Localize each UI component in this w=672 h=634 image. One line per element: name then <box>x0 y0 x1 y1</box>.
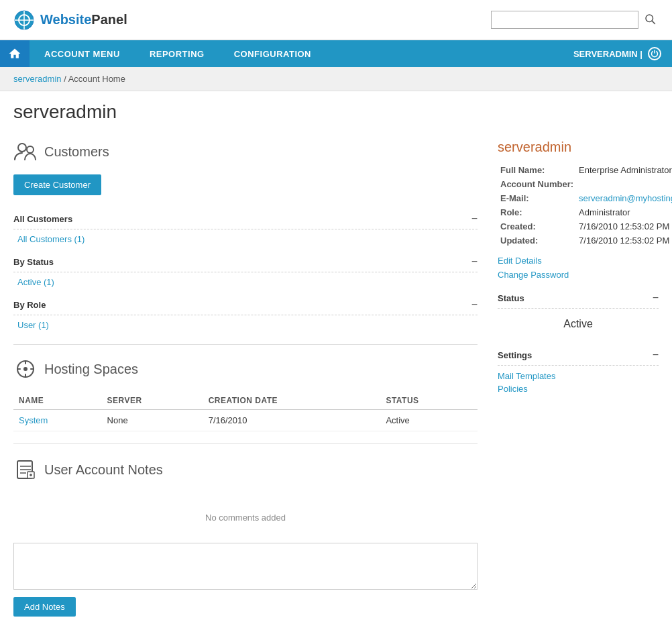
rp-email-row: E-Mail: serveradmin@myhosting.com <box>498 191 672 205</box>
policies-link[interactable]: Policies <box>498 384 659 394</box>
rp-role-value: Administrator <box>576 205 672 219</box>
cell-status: Active <box>380 410 478 431</box>
rp-account-value <box>576 177 672 191</box>
nav-username: SERVERADMIN | <box>573 49 642 59</box>
rp-status-label: Status <box>498 293 524 303</box>
nav-item-account-menu[interactable]: ACCOUNT MENU <box>30 40 135 67</box>
no-comments-text: No comments added <box>13 492 478 536</box>
hosting-spaces-heading: Hosting Spaces <box>13 357 478 381</box>
hosting-spaces-table-header-row: NAME SERVER CREATION DATE STATUS <box>13 392 478 410</box>
rp-status-value: Active <box>498 314 659 337</box>
logo-text-suffix: Panel <box>91 12 127 27</box>
rp-updated-value: 7/16/2010 12:53:02 PM <box>576 233 672 248</box>
user-link-container: User (1) <box>13 318 478 332</box>
rp-email-link[interactable]: serveradmin@myhosting.com <box>579 193 672 203</box>
rp-account-row: Account Number: <box>498 177 672 191</box>
by-role-label: By Role <box>13 300 46 310</box>
rp-updated-row: Updated: 7/16/2010 12:53:02 PM <box>498 233 672 248</box>
svg-point-7 <box>27 146 34 153</box>
hosting-spaces-section: Hosting Spaces NAME SERVER CREATION DATE… <box>13 357 478 431</box>
logo: WebsitePanel <box>13 9 127 31</box>
change-password-link[interactable]: Change Password <box>498 270 659 280</box>
notes-section-title: User Account Notes <box>44 462 163 478</box>
col-creation-date: CREATION DATE <box>203 392 381 410</box>
all-customers-collapse-icon[interactable]: − <box>471 213 478 225</box>
logo-text: WebsitePanel <box>40 12 127 28</box>
divider-1 <box>13 344 478 345</box>
rp-email-label: E-Mail: <box>498 191 576 205</box>
nav-user-area: SERVERADMIN | <box>563 40 672 67</box>
svg-point-9 <box>23 367 27 371</box>
col-server: SERVER <box>102 392 203 410</box>
customers-icon <box>13 140 38 164</box>
system-link[interactable]: System <box>19 415 48 425</box>
rp-created-label: Created: <box>498 219 576 233</box>
nav-bar: ACCOUNT MENU REPORTING CONFIGURATION SER… <box>0 40 672 67</box>
user-role-link[interactable]: User (1) <box>17 320 49 330</box>
all-customers-header: All Customers − <box>13 209 478 229</box>
rp-settings-collapse-icon[interactable]: − <box>653 349 659 361</box>
create-customer-button[interactable]: Create Customer <box>13 174 101 195</box>
header-top: WebsitePanel <box>0 0 672 40</box>
notes-icon <box>13 458 38 482</box>
user-account-notes-section: User Account Notes No comments added Add… <box>13 458 478 617</box>
edit-details-link[interactable]: Edit Details <box>498 256 659 266</box>
hosting-spaces-section-title: Hosting Spaces <box>44 362 138 377</box>
right-panel: serveradmin Full Name: Enterprise Admini… <box>498 140 659 397</box>
mail-templates-link[interactable]: Mail Templates <box>498 371 659 381</box>
all-customers-link[interactable]: All Customers (1) <box>17 234 85 244</box>
hosting-spaces-icon <box>13 357 38 381</box>
add-notes-button[interactable]: Add Notes <box>13 597 76 617</box>
nav-item-configuration[interactable]: CONFIGURATION <box>219 40 326 67</box>
breadcrumb-link[interactable]: serveradmin <box>13 74 62 84</box>
by-status-header: By Status − <box>13 252 478 272</box>
all-customers-label: All Customers <box>13 214 72 224</box>
rp-fullname-row: Full Name: Enterprise Administrator <box>498 163 672 177</box>
customers-section: Customers Create Customer All Customers … <box>13 140 478 332</box>
notes-textarea[interactable] <box>13 543 478 590</box>
active-link-container: Active (1) <box>13 275 478 289</box>
table-row: System None 7/16/2010 Active <box>13 410 478 431</box>
nav-item-reporting[interactable]: REPORTING <box>135 40 219 67</box>
rp-created-row: Created: 7/16/2010 12:53:02 PM <box>498 219 672 233</box>
by-role-collapse-icon[interactable]: − <box>471 299 478 311</box>
main-content: Customers Create Customer All Customers … <box>0 126 672 630</box>
search-button[interactable] <box>641 10 659 30</box>
nav-home-button[interactable] <box>0 40 30 67</box>
rp-settings-label: Settings <box>498 350 532 360</box>
search-input[interactable] <box>491 11 638 29</box>
active-customers-link[interactable]: Active (1) <box>17 277 54 287</box>
customers-heading: Customers <box>13 140 478 164</box>
col-status: STATUS <box>380 392 478 410</box>
rp-role-label: Role: <box>498 205 576 219</box>
rp-status-header: Status − <box>498 288 659 309</box>
logo-text-prefix: Website <box>40 12 91 27</box>
svg-line-5 <box>652 21 655 23</box>
by-status-collapse-icon[interactable]: − <box>471 256 478 268</box>
col-name: NAME <box>13 392 102 410</box>
left-panel: Customers Create Customer All Customers … <box>13 140 478 617</box>
all-customers-link-container: All Customers (1) <box>13 232 478 246</box>
svg-point-6 <box>18 144 26 152</box>
cell-creation-date: 7/16/2010 <box>203 410 381 431</box>
rp-status-collapse-icon[interactable]: − <box>653 292 659 304</box>
breadcrumb-current: Account Home <box>68 74 125 84</box>
rp-username: serveradmin <box>498 140 659 155</box>
rp-fullname-label: Full Name: <box>498 163 576 177</box>
rp-updated-label: Updated: <box>498 233 576 248</box>
search-bar <box>491 10 659 30</box>
rp-settings-header: Settings − <box>498 345 659 366</box>
nav-power-icon[interactable] <box>648 47 661 60</box>
cell-name: System <box>13 410 102 431</box>
rp-account-label: Account Number: <box>498 177 576 191</box>
divider-2 <box>13 443 478 444</box>
logo-icon <box>13 9 35 31</box>
customers-section-title: Customers <box>44 144 109 160</box>
cell-server: None <box>102 410 203 431</box>
rp-email-value: serveradmin@myhosting.com <box>576 191 672 205</box>
rp-fullname-value: Enterprise Administrator <box>576 163 672 177</box>
hosting-spaces-table: NAME SERVER CREATION DATE STATUS System … <box>13 392 478 431</box>
notes-heading: User Account Notes <box>13 458 478 482</box>
rp-role-row: Role: Administrator <box>498 205 672 219</box>
by-status-label: By Status <box>13 257 54 267</box>
